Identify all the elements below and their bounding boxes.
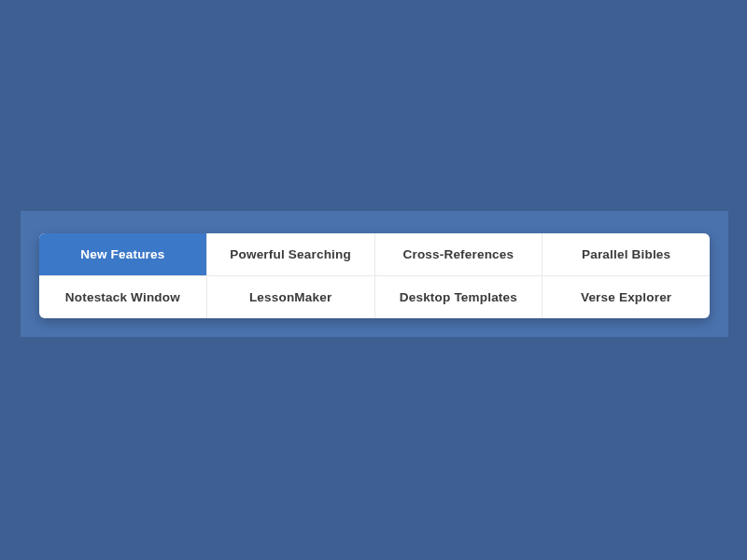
tabs-row-1: New Features Powerful Searching Cross-Re…	[39, 233, 710, 276]
tab-powerful-searching[interactable]: Powerful Searching	[207, 233, 375, 275]
tab-cross-references[interactable]: Cross-References	[375, 233, 543, 275]
content-panel: New Features Powerful Searching Cross-Re…	[21, 211, 728, 337]
tab-verse-explorer[interactable]: Verse Explorer	[543, 276, 710, 318]
tab-new-features[interactable]: New Features	[39, 233, 207, 275]
tabs-container: New Features Powerful Searching Cross-Re…	[39, 233, 710, 318]
tab-lessonmaker[interactable]: LessonMaker	[207, 276, 375, 318]
tab-notestack-window[interactable]: Notestack Window	[39, 276, 207, 318]
tab-parallel-bibles[interactable]: Parallel Bibles	[543, 233, 710, 275]
tabs-row-2: Notestack Window LessonMaker Desktop Tem…	[39, 276, 710, 318]
tab-desktop-templates[interactable]: Desktop Templates	[375, 276, 543, 318]
